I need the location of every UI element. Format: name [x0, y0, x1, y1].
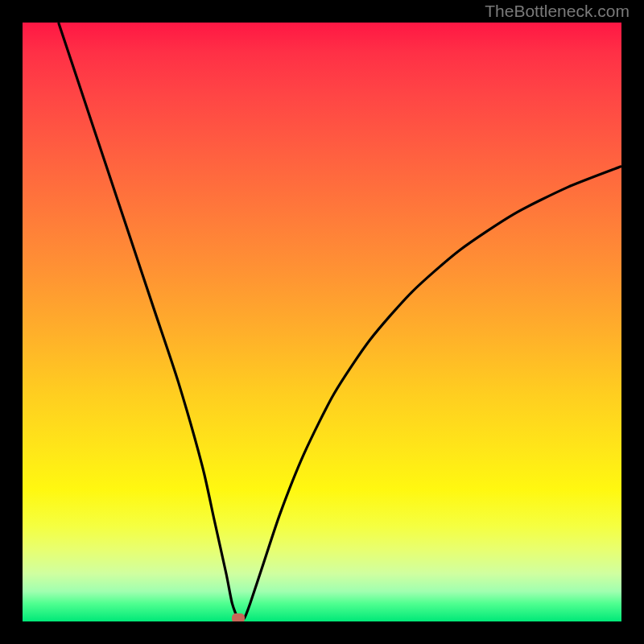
- chart-svg: [23, 23, 621, 621]
- watermark-text: TheBottleneck.com: [485, 2, 630, 21]
- optimal-point-marker: [232, 613, 245, 621]
- bottleneck-curve-line: [59, 23, 621, 620]
- chart-plot-area: [23, 23, 621, 621]
